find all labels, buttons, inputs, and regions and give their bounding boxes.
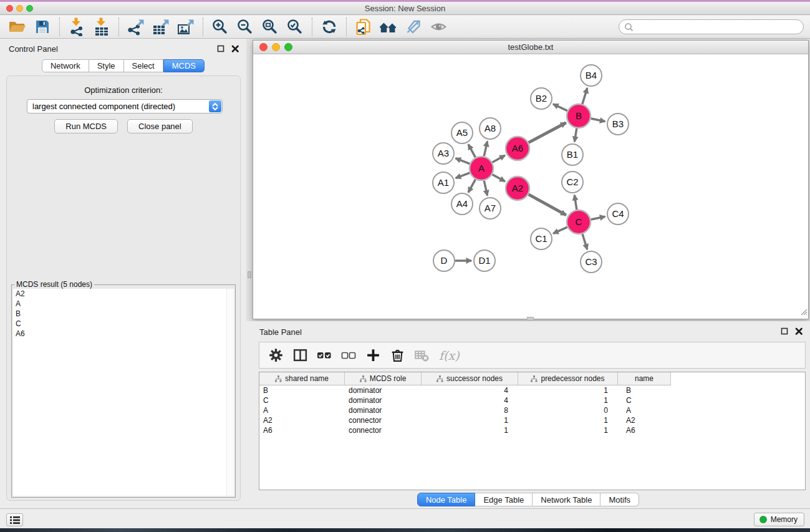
graph-node[interactable]: C (567, 210, 591, 234)
network-close-button[interactable] (259, 43, 268, 51)
column-header[interactable]: name (618, 372, 671, 385)
resize-grip[interactable] (799, 307, 808, 318)
mcds-result-item[interactable]: A2 (13, 289, 234, 299)
table-cell[interactable]: A6 (259, 426, 345, 435)
network-window-titlebar[interactable]: testGlobe.txt (253, 41, 808, 54)
table-cell[interactable]: A (618, 406, 671, 415)
tab-style[interactable]: Style (89, 59, 124, 72)
tab-select[interactable]: Select (124, 59, 163, 72)
graph-node[interactable]: A7 (480, 198, 501, 219)
open-file-icon[interactable] (6, 17, 29, 37)
criterion-select[interactable]: largest connected component (directed) (27, 99, 223, 114)
float-table-panel-icon[interactable] (781, 327, 788, 335)
tab-network-table[interactable]: Network Table (533, 493, 600, 506)
graph-edge[interactable] (493, 175, 505, 181)
graph-edge[interactable] (553, 227, 567, 233)
table-cell[interactable]: C (618, 396, 671, 405)
table-cell[interactable]: dominator (345, 396, 422, 405)
graph-edge[interactable] (529, 123, 566, 143)
graph-node[interactable]: A8 (480, 118, 501, 139)
add-column-icon[interactable] (365, 347, 381, 364)
tab-network[interactable]: Network (42, 59, 89, 72)
network-minimize-button[interactable] (272, 43, 280, 51)
import-network-icon[interactable] (65, 17, 88, 37)
mcds-result-item[interactable]: A (13, 299, 234, 309)
graph-edge[interactable] (529, 195, 566, 215)
tab-mcds[interactable]: MCDS (163, 59, 205, 72)
table-row[interactable]: Cdominator41C (259, 395, 805, 405)
refresh-icon[interactable] (318, 17, 340, 37)
graph-edge[interactable] (468, 144, 475, 157)
horizontal-splitter-handle[interactable] (527, 317, 534, 321)
graph-node[interactable]: B4 (581, 65, 602, 86)
toggle-label-visibility-icon[interactable] (402, 17, 425, 37)
graph-node[interactable]: B1 (562, 144, 583, 165)
table-cell[interactable]: B (259, 386, 345, 395)
search-box[interactable] (619, 19, 804, 34)
eye-icon[interactable] (427, 17, 450, 37)
mcds-result-item[interactable]: A6 (13, 329, 234, 339)
graph-node[interactable]: A (470, 157, 493, 180)
graph-node[interactable]: D (433, 250, 455, 271)
graph-node[interactable]: A4 (451, 193, 473, 215)
graph-edge[interactable] (582, 88, 587, 104)
graph-edge[interactable] (553, 104, 567, 111)
zoom-fit-icon[interactable] (259, 17, 281, 37)
column-header[interactable]: successor nodes (422, 372, 518, 385)
task-history-button[interactable] (6, 513, 23, 526)
table-cell[interactable]: connector (345, 416, 422, 425)
first-neighbors-icon[interactable] (377, 17, 400, 37)
memory-button[interactable]: Memory (754, 513, 804, 526)
table-cell[interactable]: 4 (422, 396, 518, 405)
graph-node[interactable]: A6 (506, 137, 529, 160)
graph-node[interactable]: B3 (607, 114, 629, 135)
zoom-in-icon[interactable] (209, 17, 231, 37)
table-cell[interactable]: dominator (345, 386, 422, 395)
graph-edge[interactable] (456, 158, 470, 164)
table-row[interactable]: A2connector11A2 (259, 415, 805, 425)
graph-edge[interactable] (468, 180, 475, 193)
float-panel-icon[interactable] (217, 45, 224, 52)
graph-node[interactable]: A3 (433, 143, 454, 164)
table-cell[interactable]: 1 (518, 416, 618, 425)
graph-edge[interactable] (574, 195, 577, 210)
table-cell[interactable]: A6 (618, 426, 671, 435)
graph-node[interactable]: C4 (607, 203, 629, 225)
close-panel-button[interactable]: Close panel (127, 119, 193, 133)
mcds-result-item[interactable]: C (13, 319, 234, 329)
new-network-from-selection-icon[interactable] (352, 17, 375, 37)
graph-node[interactable]: D1 (474, 250, 495, 271)
graph-node[interactable]: B (567, 104, 591, 128)
graph-node[interactable]: A5 (451, 122, 473, 143)
vertical-splitter-handle[interactable] (248, 271, 251, 278)
table-row[interactable]: A6connector11A6 (259, 425, 805, 435)
graph-edge[interactable] (582, 234, 587, 249)
graph-edge[interactable] (484, 181, 487, 196)
table-cell[interactable]: 1 (518, 396, 618, 405)
close-panel-icon[interactable] (231, 45, 239, 52)
network-canvas[interactable]: B4B2BB3A5A8A6B1A3AA1C2A2A4A7C4CC1C3DD1 (253, 55, 808, 319)
graph-edge[interactable] (456, 173, 470, 178)
table-cell[interactable]: A2 (259, 416, 345, 425)
export-image-icon[interactable] (175, 17, 197, 37)
delete-column-icon[interactable] (389, 347, 405, 364)
run-mcds-button[interactable]: Run MCDS (54, 119, 118, 133)
settings-gear-icon[interactable] (268, 347, 284, 364)
graph-edge[interactable] (574, 128, 576, 142)
table-cell[interactable]: A (259, 406, 345, 415)
table-cell[interactable]: 1 (422, 426, 518, 435)
network-zoom-button[interactable] (284, 43, 292, 51)
zoom-selected-icon[interactable] (284, 17, 306, 37)
table-cell[interactable]: connector (345, 426, 422, 435)
split-panel-icon[interactable] (292, 347, 308, 364)
table-cell[interactable]: 4 (422, 386, 518, 395)
graph-node[interactable]: C1 (531, 228, 552, 249)
column-header[interactable]: predecessor nodes (518, 372, 618, 385)
table-cell[interactable]: A2 (618, 416, 671, 425)
mcds-result-item[interactable]: B (13, 309, 234, 319)
select-all-columns-icon[interactable] (316, 347, 332, 364)
graph-node[interactable]: B2 (531, 88, 552, 109)
graph-node[interactable]: C3 (581, 251, 602, 273)
unselect-all-columns-icon[interactable] (340, 347, 357, 364)
table-cell[interactable]: 0 (518, 406, 618, 415)
